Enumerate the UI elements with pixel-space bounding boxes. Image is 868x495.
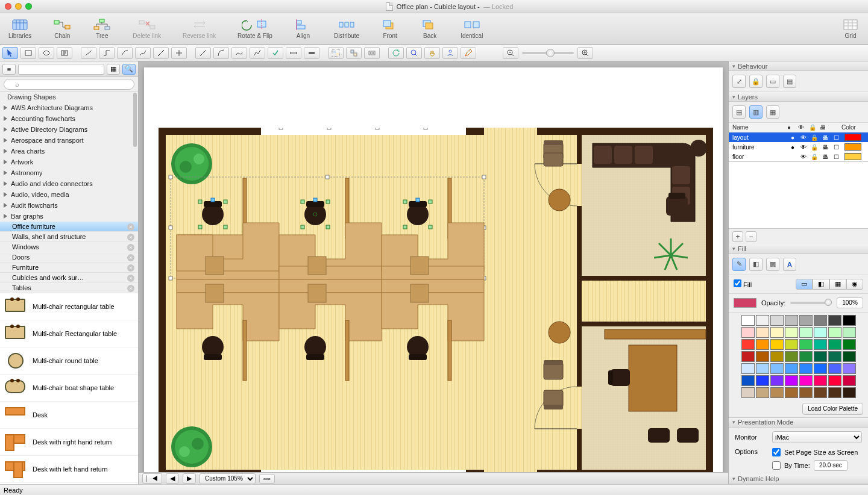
zoom-window-button[interactable] (25, 3, 32, 10)
category-item[interactable]: Audit flowcharts (0, 200, 138, 211)
palette-swatch[interactable] (799, 351, 813, 362)
shape-item[interactable]: Multi-chair rectangular table (0, 293, 138, 320)
line-tool[interactable] (195, 47, 211, 59)
library-search-input[interactable] (4, 79, 134, 90)
connector-6-tool[interactable] (171, 47, 187, 59)
palette-swatch[interactable] (814, 351, 827, 362)
palette-swatch[interactable] (799, 375, 813, 386)
palette-swatch[interactable] (785, 363, 798, 374)
open-library-item[interactable]: Walls, shell and structure× (0, 232, 138, 242)
fill-section-header[interactable]: Fill (729, 244, 868, 254)
grid-button[interactable]: Grid (839, 17, 862, 40)
canvas-viewport[interactable] (139, 61, 728, 472)
open-library-item[interactable]: Doors× (0, 252, 138, 263)
page-nav-next[interactable]: ▶ (183, 473, 196, 484)
tree-button[interactable]: Tree (90, 17, 113, 40)
palette-swatch[interactable] (741, 339, 755, 350)
behaviour-overlap-icon[interactable]: ▭ (766, 75, 779, 88)
palette-swatch[interactable] (843, 363, 856, 374)
library-filter-input[interactable] (18, 64, 104, 75)
opacity-input[interactable] (837, 297, 863, 308)
set-page-size-checkbox[interactable] (772, 448, 781, 456)
connector-2-tool[interactable] (99, 47, 115, 59)
palette-swatch[interactable] (770, 363, 784, 374)
category-item[interactable]: Audio and video connectors (0, 178, 138, 189)
open-library-item[interactable]: Cubicles and work sur…× (0, 273, 138, 283)
open-library-item[interactable]: Furniture× (0, 263, 138, 273)
distribute-button[interactable]: Distribute (332, 17, 362, 40)
reverse-link-button[interactable]: Reverse link (180, 17, 218, 40)
zoom-out-icon[interactable] (503, 47, 518, 59)
palette-swatch[interactable] (741, 387, 755, 398)
layer-row[interactable]: furniture ●👁🔒🖶☐ (729, 142, 868, 152)
palette-swatch[interactable] (756, 387, 769, 398)
by-time-checkbox[interactable] (772, 461, 781, 470)
page-nav-first[interactable]: ⎸◀ (142, 473, 162, 484)
zoom-level-select[interactable]: Custom 105% (200, 473, 256, 484)
library-search-icon[interactable]: 🔍 (122, 64, 136, 75)
fill-pattern-icon[interactable]: ▩ (766, 258, 779, 271)
palette-swatch[interactable] (756, 327, 769, 338)
category-item[interactable]: Accounting flowcharts (0, 113, 138, 124)
palette-swatch[interactable] (828, 363, 841, 374)
monitor-select[interactable]: iMac (772, 431, 862, 443)
load-palette-button[interactable]: Load Color Palette (802, 403, 863, 415)
palette-swatch[interactable] (770, 327, 784, 338)
floor-plan[interactable] (159, 128, 713, 472)
shape-item[interactable]: Desk (0, 402, 138, 429)
palette-swatch[interactable] (799, 363, 813, 374)
palette-swatch[interactable] (814, 375, 827, 386)
close-icon[interactable]: × (127, 285, 134, 292)
palette-swatch[interactable] (756, 363, 769, 374)
arc-tool[interactable] (213, 47, 229, 59)
category-item[interactable]: Bar graphs (0, 211, 138, 222)
palette-swatch[interactable] (785, 351, 798, 362)
category-item[interactable]: Active Directory Diagrams (0, 124, 138, 135)
palette-swatch[interactable] (785, 315, 798, 326)
fill-style-segment[interactable]: ▭◧▦◉ (796, 279, 863, 290)
front-button[interactable]: Front (379, 17, 401, 40)
connector-1-tool[interactable] (81, 47, 96, 59)
palette-swatch[interactable] (843, 387, 856, 398)
close-icon[interactable]: × (127, 244, 134, 251)
category-item[interactable]: Astronomy (0, 167, 138, 178)
open-library-item[interactable]: Office furniture× (0, 222, 138, 232)
drawing-page[interactable] (144, 67, 723, 472)
shape-item[interactable]: Desk with left hand return (0, 456, 138, 483)
add-layer-button[interactable]: + (732, 231, 743, 242)
page-nav-prev[interactable]: ◀ (166, 473, 179, 484)
behaviour-lock-icon[interactable]: 🔒 (749, 75, 763, 88)
chain-button[interactable]: Chain (51, 17, 74, 40)
dimension-tool[interactable] (286, 47, 301, 59)
palette-swatch[interactable] (770, 351, 784, 362)
palette-swatch[interactable] (770, 375, 784, 386)
palette-swatch[interactable] (828, 315, 841, 326)
palette-swatch[interactable] (843, 315, 856, 326)
shape-list[interactable]: Multi-chair rectangular table Multi-chai… (0, 293, 138, 484)
palette-swatch[interactable] (828, 387, 841, 398)
zoom-in-icon[interactable] (577, 47, 593, 59)
fill-solid-icon[interactable]: ✎ (732, 258, 746, 271)
magnify-tool[interactable] (406, 47, 422, 59)
presentation-section-header[interactable]: Presentation Mode (729, 418, 868, 428)
category-item[interactable]: Drawing Shapes (0, 92, 138, 102)
open-library-item[interactable]: Tables× (0, 283, 138, 293)
palette-swatch[interactable] (741, 375, 755, 386)
shape-item[interactable]: Multi-chair round table (0, 347, 138, 375)
view-mode-tabs[interactable]: ▫▫▫ (259, 474, 275, 484)
palette-swatch[interactable] (756, 351, 769, 362)
palette-swatch[interactable] (785, 375, 798, 386)
palette-swatch[interactable] (785, 339, 798, 350)
by-time-input[interactable] (814, 460, 848, 471)
palette-swatch[interactable] (785, 387, 798, 398)
library-grid-view-icon[interactable]: ▦ (107, 64, 120, 75)
delete-link-button[interactable]: Delete link (130, 17, 163, 40)
pencil-tool[interactable] (461, 47, 476, 59)
palette-swatch[interactable] (770, 339, 784, 350)
behaviour-snap-icon[interactable]: ▤ (783, 75, 796, 88)
palette-swatch[interactable] (828, 327, 841, 338)
shape-item[interactable]: Desk with right hand return (0, 429, 138, 456)
pointer-tool[interactable] (2, 47, 18, 59)
palette-swatch[interactable] (814, 363, 827, 374)
rotate-flip-button[interactable]: Rotate & Flip (235, 17, 275, 40)
